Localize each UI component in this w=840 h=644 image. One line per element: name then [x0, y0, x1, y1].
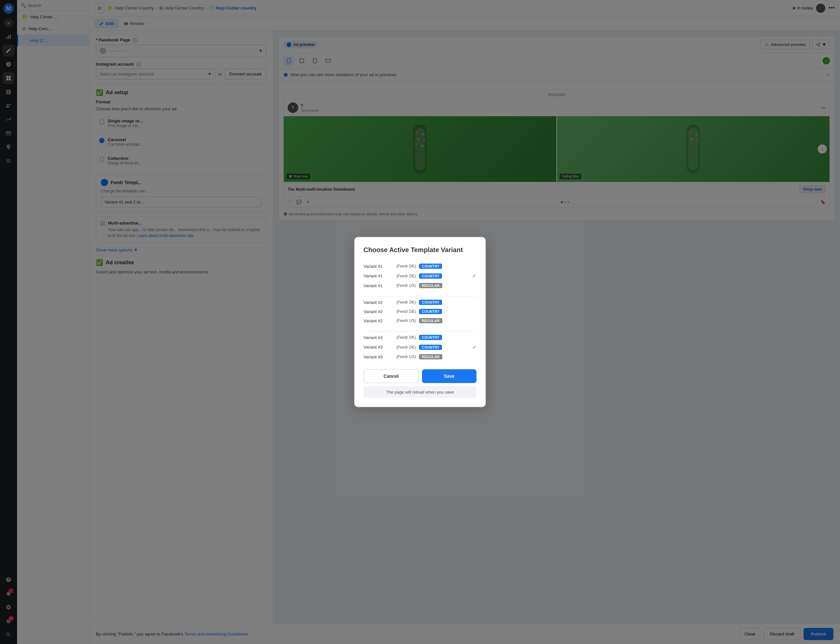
variant-row: Variant #3 (Feedr DK) COUNTRY	[364, 333, 476, 342]
variant-row: Variant #2 (Feedr DK) COUNTRY	[364, 298, 476, 307]
modal-footer: Cancel Save The page will reload when yo…	[364, 369, 476, 398]
modal-overlay[interactable]: Choose Active Template Variant Variant #…	[0, 0, 840, 644]
variant-3-us-tag: REGULAR	[419, 354, 442, 360]
variant-1-de-name: Variant #1	[364, 273, 393, 278]
variant-group-1: Variant #1 (Feedr DK) COUNTRY Variant #1…	[364, 261, 476, 290]
variant-3-de-check: ✓	[472, 344, 476, 350]
variant-group-3: Variant #3 (Feedr DK) COUNTRY Variant #3…	[364, 333, 476, 361]
variant-row: Variant #1 (Feedr DE) COUNTRY ✓	[364, 271, 476, 281]
variant-row: Variant #3 (Feedr DE) COUNTRY ✓	[364, 342, 476, 352]
variant-2-de-name: Variant #2	[364, 309, 393, 314]
variant-1-de-feed: (Feedr DE)	[396, 274, 416, 278]
variant-row: Variant #3 (Feedr US) REGULAR	[364, 352, 476, 361]
variant-2-dk-name: Variant #2	[364, 300, 393, 305]
variant-group-2: Variant #2 (Feedr DK) COUNTRY Variant #2…	[364, 298, 476, 325]
variant-3-de-name: Variant #3	[364, 345, 393, 350]
variant-2-dk-tag: COUNTRY	[419, 300, 442, 305]
modal-title: Choose Active Template Variant	[364, 246, 476, 254]
variant-3-us-feed: (Feedr US)	[396, 355, 416, 359]
variant-2-dk-feed: (Feedr DK)	[396, 300, 416, 305]
save-button[interactable]: Save	[422, 369, 476, 383]
variant-2-us-tag: REGULAR	[419, 318, 442, 323]
cancel-button[interactable]: Cancel	[364, 369, 419, 383]
variant-3-de-tag: COUNTRY	[419, 345, 442, 350]
variant-2-us-feed: (Feedr US)	[396, 319, 416, 323]
variant-2-de-feed: (Feedr DE)	[396, 309, 416, 314]
variant-1-de-check: ✓	[472, 273, 476, 279]
variant-row: Variant #1 (Feedr DK) COUNTRY	[364, 261, 476, 271]
variant-row: Variant #1 (Feedr US) REGULAR	[364, 281, 476, 290]
variant-1-dk-name: Variant #1	[364, 264, 393, 269]
variant-2-de-tag: COUNTRY	[419, 309, 442, 314]
variant-1-de-tag: COUNTRY	[419, 273, 442, 279]
variant-2-us-name: Variant #2	[364, 319, 393, 323]
variant-1-dk-tag: COUNTRY	[419, 264, 442, 269]
variant-3-dk-feed: (Feedr DK)	[396, 335, 416, 340]
modal-reload-note: The page will reload when you save	[364, 386, 476, 398]
modal-button-row: Cancel Save	[364, 369, 476, 383]
modal: Choose Active Template Variant Variant #…	[354, 237, 486, 407]
variant-1-us-tag: REGULAR	[419, 283, 442, 288]
variant-3-de-feed: (Feedr DE)	[396, 345, 416, 350]
variant-1-us-name: Variant #1	[364, 283, 393, 288]
variant-3-dk-name: Variant #3	[364, 335, 393, 340]
variant-3-dk-tag: COUNTRY	[419, 335, 442, 340]
variant-1-dk-feed: (Feedr DK)	[396, 264, 416, 268]
variant-row: Variant #2 (Feedr DE) COUNTRY	[364, 307, 476, 316]
variant-3-us-name: Variant #3	[364, 355, 393, 360]
variant-1-us-feed: (Feedr US)	[396, 283, 416, 288]
variant-row: Variant #2 (Feedr US) REGULAR	[364, 316, 476, 325]
